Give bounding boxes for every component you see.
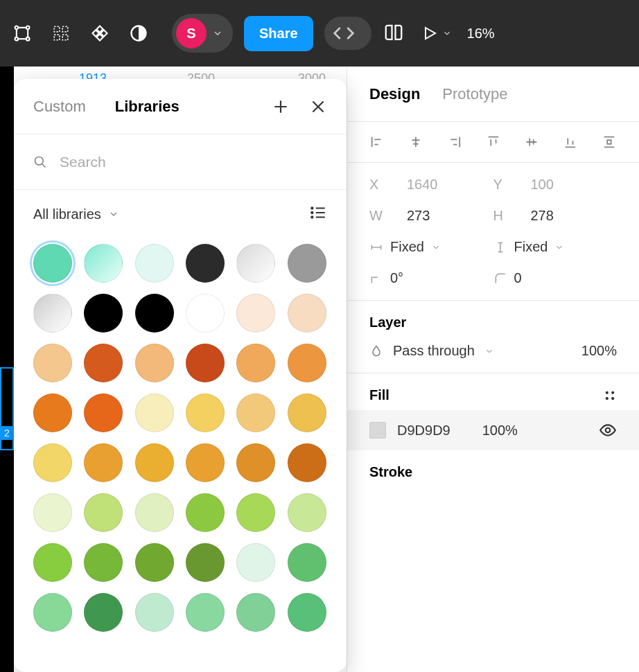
color-swatch[interactable] <box>33 493 72 532</box>
align-top-icon[interactable] <box>486 134 501 150</box>
color-swatch[interactable] <box>135 543 174 582</box>
color-swatch[interactable] <box>135 294 174 333</box>
color-swatch[interactable] <box>186 443 225 482</box>
library-filter-dropdown[interactable]: All libraries <box>33 206 119 222</box>
rotation-value[interactable]: 0° <box>390 270 403 286</box>
w-value[interactable]: 273 <box>407 208 430 224</box>
color-swatch[interactable] <box>236 443 275 482</box>
h-value[interactable]: 278 <box>531 208 554 224</box>
color-swatch[interactable] <box>84 443 123 482</box>
color-swatch[interactable] <box>186 344 225 382</box>
color-swatch[interactable] <box>33 593 72 632</box>
stroke-heading: Stroke <box>369 464 617 480</box>
color-swatch[interactable] <box>84 593 123 632</box>
color-swatch[interactable] <box>33 344 72 382</box>
layer-opacity[interactable]: 100% <box>581 343 617 359</box>
color-swatch[interactable] <box>236 344 275 382</box>
dev-mode-toggle[interactable] <box>324 17 371 50</box>
present-button[interactable] <box>416 17 457 50</box>
color-swatch[interactable] <box>135 493 174 532</box>
color-swatch[interactable] <box>186 294 225 333</box>
fill-color-swatch[interactable] <box>369 422 386 439</box>
color-swatch[interactable] <box>236 543 275 582</box>
library-filter-label: All libraries <box>33 206 101 222</box>
color-swatch[interactable] <box>84 244 123 283</box>
fill-opacity[interactable]: 100% <box>482 423 518 439</box>
docs-icon[interactable] <box>377 17 410 50</box>
color-swatch[interactable] <box>135 244 174 283</box>
radius-value[interactable]: 0 <box>514 270 522 286</box>
color-swatch[interactable] <box>186 244 225 283</box>
visibility-icon[interactable] <box>599 421 617 439</box>
mask-tool-icon[interactable] <box>122 17 155 50</box>
color-swatch[interactable] <box>288 493 326 532</box>
color-swatch[interactable] <box>84 344 123 382</box>
svg-point-18 <box>606 428 611 433</box>
color-swatch[interactable] <box>33 394 72 432</box>
search-input[interactable] <box>60 154 327 170</box>
share-button[interactable]: Share <box>244 16 313 51</box>
color-swatch[interactable] <box>135 593 174 632</box>
fill-hex[interactable]: D9D9D9 <box>397 423 450 439</box>
frame-tool-icon[interactable] <box>6 17 39 50</box>
close-icon[interactable] <box>309 98 327 116</box>
color-swatch[interactable] <box>84 493 123 532</box>
color-swatch[interactable] <box>288 543 326 582</box>
avatar-group[interactable]: S <box>172 14 233 53</box>
color-swatch[interactable] <box>186 394 225 432</box>
align-left-icon[interactable] <box>369 134 385 150</box>
color-swatch[interactable] <box>135 394 174 432</box>
color-swatch[interactable] <box>236 493 275 532</box>
zoom-level[interactable]: 16% <box>467 26 495 42</box>
align-right-icon[interactable] <box>447 134 462 150</box>
color-swatch[interactable] <box>84 294 123 333</box>
svg-point-14 <box>606 391 609 394</box>
tab-libraries[interactable]: Libraries <box>115 98 180 116</box>
color-swatch[interactable] <box>84 394 123 432</box>
canvas-badge: 2 <box>0 426 14 440</box>
color-swatch[interactable] <box>288 294 326 333</box>
color-swatch[interactable] <box>186 493 225 532</box>
color-swatch[interactable] <box>186 593 225 632</box>
color-swatch[interactable] <box>236 394 275 432</box>
color-swatch[interactable] <box>84 543 123 582</box>
color-swatch[interactable] <box>236 294 275 333</box>
distribute-icon[interactable] <box>602 134 617 150</box>
align-hcenter-icon[interactable] <box>408 134 423 150</box>
align-vcenter-icon[interactable] <box>524 134 539 150</box>
tab-custom[interactable]: Custom <box>33 98 86 116</box>
x-value[interactable]: 1640 <box>407 177 438 193</box>
color-swatch[interactable] <box>33 294 72 333</box>
color-swatch[interactable] <box>33 443 72 482</box>
color-swatch[interactable] <box>186 543 225 582</box>
color-swatch[interactable] <box>288 593 326 632</box>
color-swatch[interactable] <box>236 593 275 632</box>
color-swatch[interactable] <box>33 244 72 283</box>
svg-point-15 <box>611 391 614 394</box>
color-swatch[interactable] <box>236 244 275 283</box>
color-swatch[interactable] <box>288 443 326 482</box>
blend-mode[interactable]: Pass through <box>393 343 475 359</box>
layer-section: Layer Pass through 100% <box>347 301 639 373</box>
styles-icon[interactable] <box>603 389 617 403</box>
color-swatch[interactable] <box>288 244 326 283</box>
sizing-w[interactable]: Fixed <box>390 239 424 255</box>
panel-filter: All libraries <box>14 190 347 238</box>
color-swatch[interactable] <box>33 543 72 582</box>
color-swatch[interactable] <box>288 394 326 432</box>
view-mode-toggle[interactable] <box>309 204 327 224</box>
color-swatch[interactable] <box>288 344 326 382</box>
color-swatch[interactable] <box>135 344 174 382</box>
add-icon[interactable] <box>272 98 290 116</box>
sizing-h[interactable]: Fixed <box>514 239 548 255</box>
tab-prototype[interactable]: Prototype <box>442 85 507 103</box>
swatch-grid <box>14 238 347 637</box>
color-swatch[interactable] <box>135 443 174 482</box>
y-value[interactable]: 100 <box>531 177 554 193</box>
tab-design[interactable]: Design <box>369 85 420 103</box>
grid-tool-icon[interactable] <box>44 17 78 50</box>
align-bottom-icon[interactable] <box>563 134 578 150</box>
component-tool-icon[interactable] <box>83 17 116 50</box>
fill-row[interactable]: D9D9D9 100% <box>347 410 639 450</box>
svg-point-2 <box>26 26 30 30</box>
